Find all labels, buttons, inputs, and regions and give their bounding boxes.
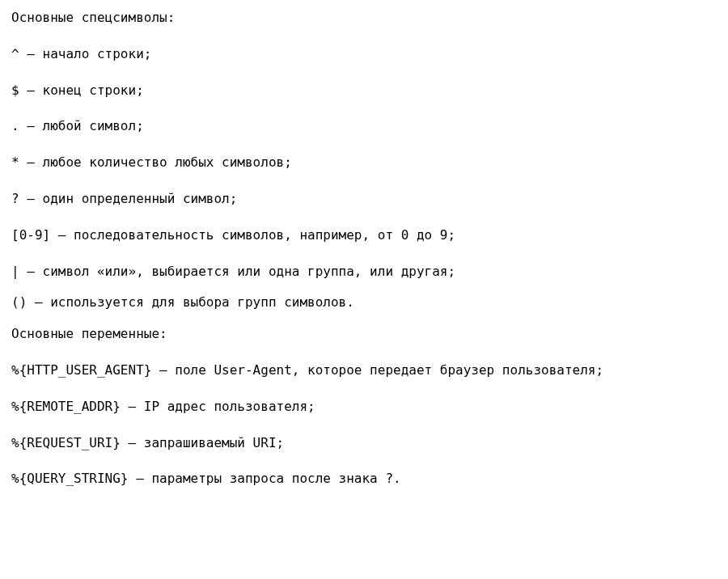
var-remote-addr: %{REMOTE_ADDR} — IP адрес пользователя; [11,399,717,416]
special-dollar: $ — конец строки; [11,82,717,99]
section-heading-vars: Основные переменные: [11,326,717,343]
special-caret: ^ — начало строки; [11,46,717,63]
special-parens: () — используется для выбора групп симво… [11,294,717,311]
var-request-uri: %{REQUEST_URI} — запрашиваемый URI; [11,435,717,452]
section-heading-specials: Основные спецсимволы: [11,10,717,27]
document-page: Основные спецсимволы: ^ — начало строки;… [0,0,728,497]
var-query-string: %{QUERY_STRING} — параметры запроса посл… [11,471,717,488]
var-http-user-agent: %{HTTP_USER_AGENT} — поле User-Agent, ко… [11,362,717,379]
special-dot: . — любой символ; [11,118,717,135]
special-range: [0-9] — последовательность символов, нап… [11,227,717,244]
special-star: * — любое количество любых символов; [11,154,717,171]
special-question: ? — один определенный символ; [11,191,717,208]
special-pipe: | — символ «или», выбирается или одна гр… [11,264,717,281]
